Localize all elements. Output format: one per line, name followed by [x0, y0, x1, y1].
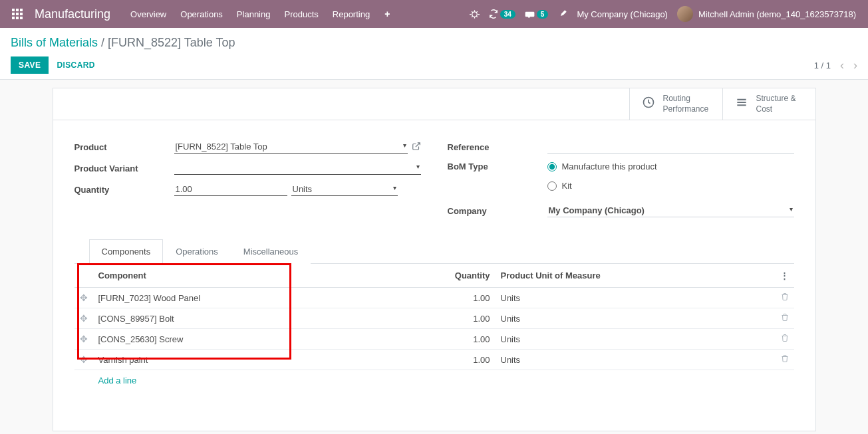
menu-overview[interactable]: Overview [125, 5, 172, 23]
label-variant: Product Variant [74, 163, 174, 173]
refresh-icon[interactable]: 34 [489, 9, 515, 19]
trash-icon[interactable] [781, 334, 789, 344]
plus-icon[interactable]: + [384, 9, 390, 19]
external-link-icon[interactable] [412, 142, 421, 153]
statbox-structure[interactable]: Structure & Cost [722, 88, 815, 120]
radio-manufacture[interactable]: Manufacture this product [547, 162, 657, 171]
component-uom[interactable]: Units [496, 308, 775, 329]
component-qty[interactable]: 1.00 [436, 350, 496, 370]
breadcrumb-current: [FURN_8522] Table Top [108, 36, 235, 49]
trash-icon[interactable] [781, 355, 789, 365]
breadcrumb: Bills of Materials / [FURN_8522] Table T… [11, 36, 857, 50]
reference-input[interactable] [547, 140, 794, 154]
save-button[interactable]: SAVE [11, 56, 49, 74]
app-title: Manufacturing [29, 7, 125, 21]
col-component: Component [93, 264, 436, 288]
col-uom: Product Unit of Measure [496, 264, 775, 288]
label-quantity: Quantity [74, 185, 174, 195]
variant-input[interactable] [174, 162, 421, 175]
tab-components[interactable]: Components [89, 239, 164, 264]
columns-menu-icon[interactable]: ⋮ [780, 271, 789, 280]
statbox-routing[interactable]: Routing Performance [629, 88, 722, 120]
drag-handle-icon[interactable]: ✥ [80, 313, 88, 324]
clock-icon [642, 96, 655, 112]
bug-icon[interactable] [470, 9, 480, 19]
menu-planning[interactable]: Planning [231, 5, 276, 23]
tab-operations[interactable]: Operations [163, 239, 231, 264]
table-row[interactable]: ✥[FURN_7023] Wood Panel1.00Units [74, 288, 794, 308]
messages-badge: 5 [537, 10, 549, 19]
table-row[interactable]: ✥[CONS_25630] Screw1.00Units [74, 329, 794, 350]
label-reference: Reference [448, 142, 547, 152]
col-quantity: Quantity [436, 264, 496, 288]
drag-handle-icon[interactable]: ✥ [80, 292, 88, 303]
component-qty[interactable]: 1.00 [436, 308, 496, 329]
label-company: Company [448, 206, 547, 216]
component-name[interactable]: [CONS_25630] Screw [93, 329, 436, 350]
menu-operations[interactable]: Operations [175, 5, 228, 23]
pager-prev[interactable]: ‹ [840, 58, 844, 72]
user-name: Mitchell Admin (demo_140_1623573718) [698, 9, 856, 19]
menu-products[interactable]: Products [279, 5, 323, 23]
company-selector[interactable]: My Company (Chicago) [577, 9, 668, 19]
quantity-unit-input[interactable] [291, 183, 398, 196]
tab-miscellaneous[interactable]: Miscellaneous [231, 239, 311, 264]
pager-text: 1 / 1 [814, 60, 831, 70]
list-icon [735, 96, 748, 112]
breadcrumb-root[interactable]: Bills of Materials [11, 36, 98, 49]
component-name[interactable]: [FURN_7023] Wood Panel [93, 288, 436, 308]
refresh-badge: 34 [500, 10, 515, 19]
menu-reporting[interactable]: Reporting [327, 5, 375, 23]
component-uom[interactable]: Units [496, 288, 775, 308]
company-input[interactable] [547, 204, 794, 217]
drag-handle-icon[interactable]: ✥ [80, 334, 88, 344]
product-input[interactable] [174, 140, 408, 154]
component-uom[interactable]: Units [496, 329, 775, 350]
add-line-button[interactable]: Add a line [74, 370, 794, 391]
apps-icon[interactable] [5, 9, 29, 19]
pager-next[interactable]: › [853, 58, 857, 72]
discard-button[interactable]: DISCARD [57, 60, 94, 70]
component-qty[interactable]: 1.00 [436, 288, 496, 308]
component-qty[interactable]: 1.00 [436, 329, 496, 350]
trash-icon[interactable] [781, 314, 789, 324]
top-menu: Overview Operations Planning Products Re… [125, 5, 375, 23]
quantity-input[interactable] [174, 183, 287, 196]
messages-icon[interactable]: 5 [525, 9, 549, 19]
radio-kit[interactable]: Kit [547, 181, 572, 191]
tools-icon[interactable] [557, 9, 567, 19]
component-name[interactable]: Varnish paint [93, 350, 436, 370]
table-row[interactable]: ✥Varnish paint1.00Units [74, 350, 794, 370]
table-row[interactable]: ✥[CONS_89957] Bolt1.00Units [74, 308, 794, 329]
component-name[interactable]: [CONS_89957] Bolt [93, 308, 436, 329]
component-uom[interactable]: Units [496, 350, 775, 370]
user-menu[interactable]: Mitchell Admin (demo_140_1623573718) [677, 6, 856, 22]
avatar [677, 6, 693, 22]
trash-icon[interactable] [781, 293, 789, 303]
label-product: Product [74, 142, 174, 152]
label-bomtype: BoM Type [448, 162, 547, 171]
drag-handle-icon[interactable]: ✥ [80, 354, 88, 365]
